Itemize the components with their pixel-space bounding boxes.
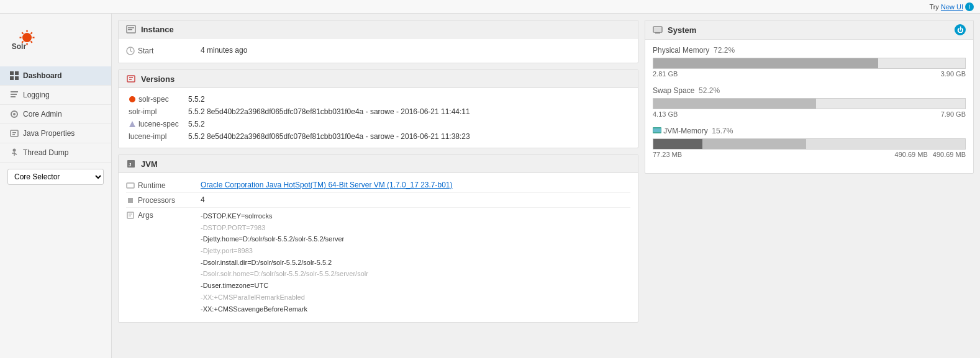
list-item: -Dsolr.solr.home=D:/solr/solr-5.5.2/solr…	[201, 268, 630, 280]
versions-body: solr-spec 5.5.2 solr-impl 5.5.2 8e5d40b2…	[119, 88, 638, 148]
swap-space-label: Swap Space 52.2%	[653, 86, 966, 95]
sidebar-navigation: Dashboard Logging Core Admin	[0, 66, 111, 163]
jvm-icon: J	[126, 159, 136, 169]
jvm-memory-icon	[653, 127, 661, 133]
start-value: 4 minutes ago	[201, 46, 630, 55]
svg-rect-13	[15, 76, 19, 80]
sidebar-item-core-admin[interactable]: Core Admin	[0, 105, 111, 124]
thread-dump-label: Thread Dump	[23, 148, 68, 157]
jvm-memory-label: JVM-Memory 15.7%	[653, 127, 966, 135]
svg-point-22	[13, 149, 16, 152]
java-properties-icon	[9, 128, 19, 138]
table-row: lucene-spec 5.5.2	[126, 118, 630, 130]
table-row: solr-impl 5.5.2 8e5d40b22a3968df065dfc07…	[126, 105, 630, 118]
system-section: System ⏻ Physical Memory 72.2%	[645, 20, 974, 174]
core-selector[interactable]: Core Selector	[7, 169, 104, 185]
system-icon	[653, 25, 663, 35]
svg-rect-28	[128, 29, 132, 30]
jvm-section: J JVM Runtime Oracle Corporation Java Ho…	[118, 154, 638, 323]
try-text: Try	[929, 3, 938, 11]
svg-line-8	[22, 32, 23, 34]
jvm-header: J JVM	[119, 155, 638, 173]
svg-rect-12	[10, 76, 14, 80]
main-content: Instance Start 4 minutes ago Ver	[112, 14, 980, 358]
system-header-left: System	[653, 25, 696, 35]
solr-spec-icon	[129, 96, 136, 103]
jvm-memory-bar	[653, 138, 966, 150]
lucene-spec-icon	[129, 120, 136, 128]
svg-rect-46	[654, 28, 661, 31]
core-admin-icon	[9, 109, 19, 119]
processors-row: Processors 4	[126, 193, 630, 208]
sidebar-item-java-properties[interactable]: Java Properties	[0, 124, 111, 143]
svg-point-35	[129, 96, 135, 102]
svg-rect-21	[12, 134, 15, 135]
svg-line-2	[31, 32, 32, 34]
sidebar: Solr Dashboard Logging	[0, 14, 112, 358]
table-row: lucene-impl 5.5.2 8e5d40b22a3968df065dfc…	[126, 130, 630, 143]
table-row: solr-spec 5.5.2	[126, 93, 630, 105]
svg-rect-14	[11, 91, 18, 92]
list-item: -DSTOP.KEY=solrrocks	[201, 210, 630, 222]
versions-title: Versions	[141, 74, 175, 84]
physical-memory-section: Physical Memory 72.2% 2.81 GB 3.90 GB	[653, 46, 966, 78]
svg-rect-16	[11, 96, 16, 97]
logo-area: Solr	[0, 14, 111, 66]
physical-memory-fill	[653, 58, 878, 68]
runtime-label: Runtime	[126, 181, 201, 190]
versions-icon	[126, 74, 136, 84]
swap-space-fill	[653, 99, 816, 109]
args-value: -DSTOP.KEY=solrrocks -DSTOP.PORT=7983 -D…	[201, 210, 630, 315]
instance-body: Start 4 minutes ago	[119, 38, 638, 63]
power-button[interactable]: ⏻	[955, 24, 966, 35]
swap-space-section: Swap Space 52.2% 4.13 GB 7.90 GB	[653, 86, 966, 118]
physical-memory-label: Physical Memory 72.2%	[653, 46, 966, 55]
versions-table: solr-spec 5.5.2 solr-impl 5.5.2 8e5d40b2…	[126, 93, 630, 143]
instance-section: Instance Start 4 minutes ago	[118, 20, 638, 63]
system-title: System	[668, 25, 696, 35]
svg-rect-15	[11, 94, 17, 95]
svg-rect-19	[11, 130, 18, 136]
system-header: System ⏻	[645, 20, 973, 40]
svg-rect-32	[127, 76, 135, 82]
left-panel: Instance Start 4 minutes ago Ver	[118, 20, 638, 352]
svg-rect-40	[128, 198, 133, 203]
svg-text:J: J	[129, 162, 131, 168]
sidebar-item-dashboard[interactable]: Dashboard	[0, 66, 111, 86]
swap-space-bar	[653, 98, 966, 109]
physical-memory-labels: 2.81 GB 3.90 GB	[653, 70, 966, 78]
list-item: -Dsolr.install.dir=D:/solr/solr-5.5.2/so…	[201, 257, 630, 269]
sidebar-item-thread-dump[interactable]: Thread Dump	[0, 143, 111, 163]
svg-rect-39	[127, 183, 134, 188]
jvm-memory-labels: 77.23 MB 490.69 MB 490.69 MB	[653, 151, 966, 158]
list-item: -Djetty.home=D:/solr/solr-5.5.2/solr-5.5…	[201, 233, 630, 245]
args-icon	[126, 211, 135, 220]
versions-section: Versions solr-spec	[118, 69, 638, 148]
sidebar-item-logging[interactable]: Logging	[0, 86, 111, 105]
info-icon[interactable]: i	[965, 2, 974, 11]
svg-line-31	[130, 51, 132, 52]
new-ui-link[interactable]: New UI	[941, 3, 963, 11]
swap-space-labels: 4.13 GB 7.90 GB	[653, 110, 966, 118]
jvm-body: Runtime Oracle Corporation Java HotSpot(…	[119, 173, 638, 322]
logging-label: Logging	[23, 91, 50, 99]
instance-header: Instance	[119, 20, 638, 38]
instance-title: Instance	[141, 25, 174, 34]
physical-memory-bar	[653, 58, 966, 69]
svg-line-4	[31, 42, 32, 43]
svg-rect-27	[128, 27, 134, 29]
start-label: Start	[126, 46, 201, 55]
jvm-memory-section: JVM-Memory 15.7% 77.23 MB 490.69 MB 490.…	[653, 127, 966, 158]
start-row: Start 4 minutes ago	[126, 43, 630, 58]
right-panel: System ⏻ Physical Memory 72.2%	[645, 20, 974, 352]
solr-logo: Solr	[9, 20, 47, 57]
svg-rect-10	[10, 71, 14, 75]
list-item: -Duser.timezone=UTC	[201, 280, 630, 292]
list-item: -XX:+CMSScavengeBeforeRemark	[201, 303, 630, 315]
args-list: -DSTOP.KEY=solrrocks -DSTOP.PORT=7983 -D…	[201, 210, 630, 315]
logging-icon	[9, 90, 19, 100]
processors-icon	[126, 196, 135, 205]
args-label: Args	[126, 210, 201, 220]
svg-rect-45	[655, 32, 660, 34]
svg-text:Solr: Solr	[12, 42, 27, 51]
